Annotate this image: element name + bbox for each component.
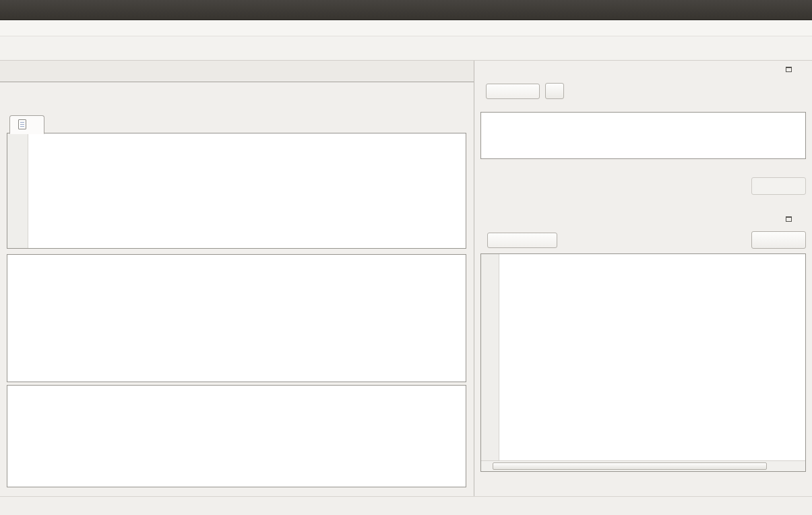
right-panel: [474, 61, 812, 496]
float-icon: [786, 216, 792, 222]
titlebar: [0, 0, 812, 20]
cell-mode-row: [480, 82, 806, 100]
sql-toolbar: [0, 82, 474, 112]
results-grid: [7, 254, 466, 382]
cell-float-button[interactable]: [784, 65, 793, 74]
sql-log-header: [480, 213, 806, 225]
scroll-right-icon[interactable]: [794, 461, 805, 471]
dock-tab-bar: [476, 476, 812, 496]
sql-tab[interactable]: [9, 115, 44, 134]
log-filter-select[interactable]: [487, 233, 557, 248]
log-filter-row: [480, 231, 806, 249]
scrollbar-track[interactable]: [493, 461, 794, 471]
settings-button[interactable]: [545, 83, 564, 99]
sql-tab-bar: [7, 112, 466, 133]
main-toolbar: [0, 36, 812, 61]
app-window: [0, 0, 812, 515]
cell-close-button[interactable]: [797, 65, 806, 74]
messages-pane: [7, 385, 466, 487]
mode-select[interactable]: [486, 84, 540, 99]
scroll-left-icon[interactable]: [481, 461, 492, 471]
log-close-button[interactable]: [797, 214, 806, 224]
sql-file-icon: [17, 119, 29, 130]
cell-editor[interactable]: [480, 112, 806, 159]
scrollbar-thumb[interactable]: [493, 462, 767, 470]
apply-button: [751, 177, 806, 195]
left-panel: [0, 61, 474, 496]
main-tab-bar: [0, 61, 474, 82]
edit-cell-header: [480, 63, 806, 75]
float-icon: [786, 67, 792, 72]
log-float-button[interactable]: [784, 214, 793, 224]
horizontal-scrollbar: [481, 460, 805, 471]
statusbar: [0, 496, 812, 515]
clear-button[interactable]: [751, 231, 806, 249]
sql-log-pane: [480, 253, 806, 472]
sql-editor[interactable]: [7, 133, 466, 249]
menubar: [0, 20, 812, 36]
